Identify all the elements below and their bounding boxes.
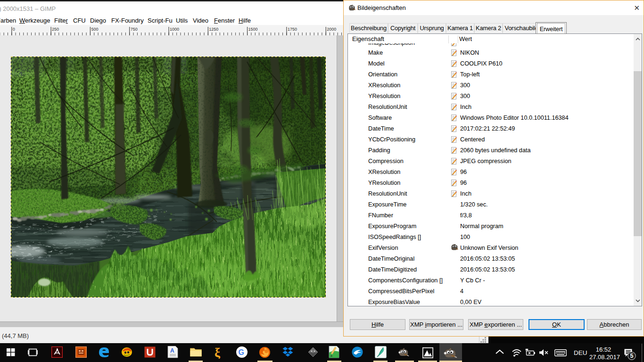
- svg-text:500: 500: [91, 27, 98, 32]
- svg-text:G: G: [239, 348, 244, 356]
- svg-text:1500: 1500: [248, 27, 258, 32]
- svg-text:5: 5: [630, 353, 634, 359]
- svg-text:250: 250: [52, 27, 59, 32]
- svg-text:1750: 1750: [288, 27, 297, 32]
- svg-text:2000: 2000: [327, 27, 336, 32]
- svg-text:A: A: [170, 347, 174, 354]
- svg-text:1000: 1000: [170, 27, 179, 32]
- svg-text:ξ: ξ: [215, 346, 221, 359]
- svg-text:750: 750: [131, 27, 138, 32]
- svg-text:0: 0: [13, 27, 15, 32]
- svg-text:1250: 1250: [209, 27, 218, 32]
